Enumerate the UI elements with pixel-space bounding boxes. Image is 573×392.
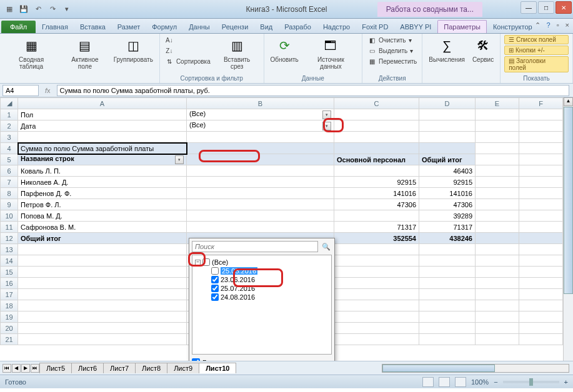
filter-dropdown-date[interactable]: ▾ xyxy=(322,122,331,130)
cell-A9[interactable]: Петров Ф. Л. xyxy=(18,199,187,210)
tab-pivot-design[interactable]: Конструктор xyxy=(487,21,538,33)
row-labels-dropdown[interactable]: ▾ xyxy=(175,155,184,164)
cell-B2[interactable]: (Все)▾ xyxy=(187,120,334,132)
help-icon[interactable]: ? xyxy=(547,21,551,29)
cell-D12[interactable]: 438246 xyxy=(419,233,476,244)
sheet-tab-7[interactable]: Лист7 xyxy=(103,363,136,373)
cell-C8[interactable]: 141016 xyxy=(334,188,419,199)
row-header-5[interactable]: 5 xyxy=(1,154,18,165)
tab-developer[interactable]: Разрабо xyxy=(279,21,317,33)
row-header-8[interactable]: 8 xyxy=(1,188,18,199)
cell-A10[interactable]: Попова М. Д. xyxy=(18,210,187,222)
page-layout-view-button[interactable] xyxy=(439,377,450,387)
search-icon[interactable]: 🔍 xyxy=(321,241,332,252)
sort-asc-button[interactable]: A↓ xyxy=(164,35,212,45)
scroll-thumb[interactable] xyxy=(564,107,573,294)
sheet-tab-6[interactable]: Лист6 xyxy=(71,363,104,373)
filter-search-input[interactable] xyxy=(192,241,318,252)
cell-C11[interactable]: 71317 xyxy=(334,222,419,233)
field-headers-toggle[interactable]: ▤ Заголовки полей xyxy=(504,56,569,72)
undo-icon[interactable]: ↶ xyxy=(32,4,44,15)
tab-foxit[interactable]: Foxit PD xyxy=(356,21,394,33)
tab-pivot-options[interactable]: Параметры xyxy=(437,20,487,33)
sheet-tab-8[interactable]: Лист8 xyxy=(135,363,167,373)
field-list-toggle[interactable]: ☰ Список полей xyxy=(504,35,569,44)
cell-A5[interactable]: Названия строк▾ xyxy=(18,154,187,165)
tab-abbyy[interactable]: ABBYY PI xyxy=(394,21,437,33)
file-tab[interactable]: Файл xyxy=(1,21,36,33)
cell-D11[interactable]: 71317 xyxy=(419,222,476,233)
filter-item-date-2[interactable]: 25.07.2016 xyxy=(195,284,329,293)
filter-item-date-3[interactable]: 24.08.2016 xyxy=(195,293,329,301)
sort-button[interactable]: ⇅Сортировка xyxy=(164,56,212,66)
cell-C7[interactable]: 92915 xyxy=(334,177,419,188)
active-field-button[interactable]: ▤Активное поле xyxy=(61,35,109,71)
tab-layout[interactable]: Размет xyxy=(112,21,146,33)
cell-C9[interactable]: 47306 xyxy=(334,199,419,210)
zoom-in-button[interactable]: + xyxy=(564,378,568,386)
cell-A11[interactable]: Сафронова В. М. xyxy=(18,222,187,233)
qat-dropdown-icon[interactable]: ▾ xyxy=(61,4,72,15)
normal-view-button[interactable] xyxy=(422,377,434,387)
cell-C12[interactable]: 352554 xyxy=(334,233,419,244)
save-icon[interactable]: 💾 xyxy=(18,4,29,15)
redo-icon[interactable]: ↷ xyxy=(47,4,58,15)
col-header-F[interactable]: F xyxy=(519,98,563,109)
col-header-D[interactable]: D xyxy=(419,98,476,109)
cell-D10[interactable]: 39289 xyxy=(419,210,476,222)
tab-nav-prev[interactable]: ◀ xyxy=(12,364,21,373)
tab-nav-first[interactable]: ⏮ xyxy=(2,364,11,373)
filter-item-all[interactable]: − (Все) xyxy=(195,258,329,267)
tab-review[interactable]: Рецензи xyxy=(216,21,254,33)
cell-A8[interactable]: Парфенов Д. Ф. xyxy=(18,188,187,199)
maximize-button[interactable]: □ xyxy=(538,1,554,14)
cell-D6[interactable]: 46403 xyxy=(419,165,476,177)
select-button[interactable]: ▭Выделить ▾ xyxy=(366,46,418,56)
group-button[interactable]: ◫Группировать xyxy=(111,35,156,64)
insert-slicer-button[interactable]: ▥Вставить срез xyxy=(214,35,260,71)
cell-A1[interactable]: Пол xyxy=(18,109,187,120)
multiselect-row[interactable]: Выделить несколько элементов xyxy=(189,355,334,361)
scroll-up-icon[interactable]: ▲ xyxy=(564,97,573,106)
cell-B1[interactable]: (Все)▾ xyxy=(187,109,334,120)
select-all-corner[interactable]: ◢ xyxy=(1,98,18,109)
filter-item-date-0[interactable]: 25.05.2016 xyxy=(195,267,329,275)
tab-nav-last[interactable]: ⏭ xyxy=(31,364,39,373)
zoom-out-button[interactable]: − xyxy=(494,378,497,386)
row-header-1[interactable]: 1 xyxy=(1,109,18,120)
move-button[interactable]: ▦Переместить xyxy=(366,56,418,66)
cell-A12[interactable]: Общий итог xyxy=(18,233,187,244)
tab-nav-next[interactable]: ▶ xyxy=(21,364,30,373)
tab-data[interactable]: Данны xyxy=(183,21,216,33)
col-header-E[interactable]: E xyxy=(476,98,519,109)
zoom-level[interactable]: 100% xyxy=(471,378,489,386)
page-break-view-button[interactable] xyxy=(455,377,466,387)
sheet-tab-9[interactable]: Лист9 xyxy=(167,363,199,373)
cell-A4[interactable]: Сумма по полю Сумма заработной платы xyxy=(18,143,187,154)
tab-home[interactable]: Главная xyxy=(36,21,74,33)
sheet-tab-10[interactable]: Лист10 xyxy=(199,363,236,373)
tab-view[interactable]: Вид xyxy=(254,21,278,33)
formula-bar[interactable]: Сумма по полю Сумма заработной платы, ру… xyxy=(57,85,569,96)
col-header-C[interactable]: C xyxy=(334,98,419,109)
cell-D9[interactable]: 47306 xyxy=(419,199,476,210)
cell-A7[interactable]: Николаев А. Д. xyxy=(18,177,187,188)
horizontal-scrollbar[interactable] xyxy=(382,364,569,373)
cell-D7[interactable]: 92915 xyxy=(419,177,476,188)
hscroll-thumb[interactable] xyxy=(382,365,495,372)
cell-D5[interactable]: Общий итог xyxy=(419,154,476,165)
tools-button[interactable]: 🛠Сервис xyxy=(470,35,496,64)
plus-minus-toggle[interactable]: ⊞ Кнопки +/- xyxy=(504,46,569,55)
pivot-table-button[interactable]: ▦Сводная таблица xyxy=(4,35,59,71)
tab-insert[interactable]: Вставка xyxy=(74,21,111,33)
close-button[interactable]: ✕ xyxy=(556,1,572,14)
tab-addins[interactable]: Надстро xyxy=(317,21,356,33)
refresh-button[interactable]: ⟳Обновить xyxy=(268,35,301,64)
sort-desc-button[interactable]: Z↓ xyxy=(164,46,212,56)
workbook-close-icon[interactable]: × xyxy=(566,21,569,29)
vertical-scrollbar[interactable]: ▲ xyxy=(563,97,573,361)
row-header-7[interactable]: 7 xyxy=(1,177,18,188)
cell-D8[interactable]: 141016 xyxy=(419,188,476,199)
col-header-A[interactable]: A xyxy=(18,98,187,109)
zoom-slider[interactable] xyxy=(503,381,559,383)
